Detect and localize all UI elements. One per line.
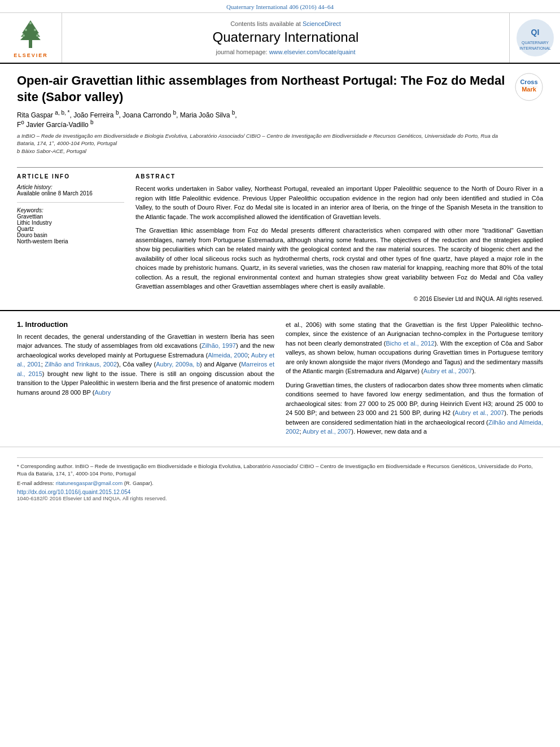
affiliation-b: b Bàixo Sabor-ACE, Portugal [17,148,86,154]
qi-logo-icon: QI QUATERNARY INTERNATIONAL [515,18,555,58]
article-info-label: ARTICLE INFO [17,173,124,180]
article-history: Article history: Available online 8 Marc… [17,184,124,196]
intro-para-3: During Gravettian times, the clusters of… [286,381,543,436]
aubry-2007-link[interactable]: Aubry et al., 2007 [423,368,472,374]
abstract-column: ABSTRACT Recent works undertaken in Sabo… [135,173,543,302]
keyword-lithic: Lithic Industry [17,220,124,226]
svg-point-7 [36,34,38,37]
keyword-iberia: North-western Iberia [17,238,124,244]
svg-point-9 [517,20,553,56]
intro-para-2: et al., 2006) with some stating that the… [286,320,543,376]
history-label: Article history: [17,184,124,190]
body-right-col: et al., 2006) with some stating that the… [286,320,543,441]
science-direct-link[interactable]: ScienceDirect [303,20,341,27]
keywords-section: Keywords: Gravettian Lithic Industry Qua… [17,207,124,244]
available-online: Available online 8 March 2016 [17,190,124,196]
homepage-text: journal homepage: [216,49,269,55]
elsevier-brand-label: ELSEVIER [14,53,48,58]
keywords-label: Keywords: [17,207,124,213]
zilhao-1997-link[interactable]: Zilhão, 1997 [202,342,236,349]
homepage-line: journal homepage: www.elsevier.com/locat… [216,49,355,55]
svg-point-4 [25,29,27,31]
article-title-section: Open-air Gravettian lithic assemblages f… [17,73,543,160]
svg-text:INTERNATIONAL: INTERNATIONAL [519,46,551,50]
article-info-abstract-section: ARTICLE INFO Article history: Available … [17,167,543,302]
article-title: Open-air Gravettian lithic assemblages f… [17,73,506,105]
journal-center-info: Contents lists available at ScienceDirec… [62,13,509,63]
intro-title: Introduction [25,320,68,329]
authors-text: Rita Gaspar a, b, *, João Ferreira b, Jo… [17,111,237,129]
footnote-area: * Corresponding author. InBIO – Rede de … [0,447,560,502]
intro-heading: 1. Introduction [17,320,274,329]
from-text: from [344,400,357,407]
abstract-label: ABSTRACT [135,173,543,180]
affiliation-a: a InBIO – Rede de Investigação em Biodiv… [17,133,498,146]
affiliations: a InBIO – Rede de Investigação em Biodiv… [17,132,506,155]
article-content: Open-air Gravettian lithic assemblages f… [0,64,560,302]
svg-point-5 [34,29,36,31]
intro-number: 1. [17,320,23,329]
svg-point-6 [23,34,25,37]
journal-ref-text: Quaternary International 406 (2016) 44–6… [226,3,334,10]
abstract-para-1: Recent works undertaken in Sabor valley,… [135,184,543,221]
svg-rect-0 [29,40,32,48]
crossmark-icon: Cross Mark [515,73,543,101]
svg-text:Cross: Cross [520,78,537,85]
article-info-column: ARTICLE INFO Article history: Available … [17,173,124,302]
issn-line: 1040-6182/© 2016 Elsevier Ltd and INQUA.… [17,495,543,501]
article-title-text: Open-air Gravettian lithic assemblages f… [17,73,506,155]
crossmark-badge[interactable]: Cross Mark [515,73,543,103]
intro-para-1: In recent decades, the general understan… [17,332,274,397]
homepage-link[interactable]: www.elsevier.com/locate/quaint [269,49,356,55]
article-authors: Rita Gaspar a, b, *, João Ferreira b, Jo… [17,110,506,129]
qi-logo-area: QI QUATERNARY INTERNATIONAL [509,13,560,63]
abstract-para-2: The Gravettian lithic assemblage from Fo… [135,226,543,291]
body-columns: 1. Introduction In recent decades, the g… [17,320,543,441]
footnote-divider [17,457,543,458]
journal-title: Quaternary International [213,29,359,45]
aubry-2006-link[interactable]: Aubry [94,389,111,396]
aubry-2007c-link[interactable]: Aubry et al., 2007 [303,428,351,435]
zilhao-trinkaus-link[interactable]: Zilhão and Trinkaus, 2002 [45,361,117,368]
elsevier-logo-area: ELSEVIER [0,13,62,63]
bicho-2012-link[interactable]: Bicho et al., 2012 [386,340,434,347]
keyword-gravettian: Gravettian [17,213,124,220]
science-direct-line: Contents lists available at ScienceDirec… [230,20,341,27]
svg-text:QUATERNARY: QUATERNARY [522,41,549,45]
aubry-2009-link[interactable]: Aubry, 2009a, b [156,361,200,368]
svg-text:QI: QI [531,28,539,37]
journal-header: ELSEVIER Contents lists available at Sci… [0,13,560,64]
keyword-quartz: Quartz [17,226,124,232]
keyword-douro: Douro basin [17,232,124,238]
almeida-link[interactable]: Almeida, 2000 [208,352,248,359]
journal-reference-bar: Quaternary International 406 (2016) 44–6… [0,0,560,13]
body-left-col: 1. Introduction In recent decades, the g… [17,320,274,441]
elsevier-tree-icon [14,18,47,51]
email-link[interactable]: ritatunesgaspar@gmail.com [56,480,123,486]
email-label: E-mail address: [17,480,54,486]
contents-available-text: Contents lists available at [230,20,303,27]
elsevier-logo: ELSEVIER [14,18,48,58]
svg-point-8 [29,22,32,24]
copyright-line: © 2016 Elsevier Ltd and INQUA. All right… [135,296,543,302]
divider [17,202,124,203]
abstract-text: Recent works undertaken in Sabor valley,… [135,184,543,291]
doi-line[interactable]: http://dx.doi.org/10.1016/j.quaint.2015.… [17,489,543,495]
email-person: (R. Gaspar). [124,480,154,486]
body-content: 1. Introduction In recent decades, the g… [0,310,560,441]
aubry-2007b-link[interactable]: Aubry et al., 2007 [454,409,504,416]
corresponding-author-note: * Corresponding author. InBIO – Rede de … [17,462,543,478]
email-footnote: E-mail address: ritatunesgaspar@gmail.co… [17,479,543,487]
